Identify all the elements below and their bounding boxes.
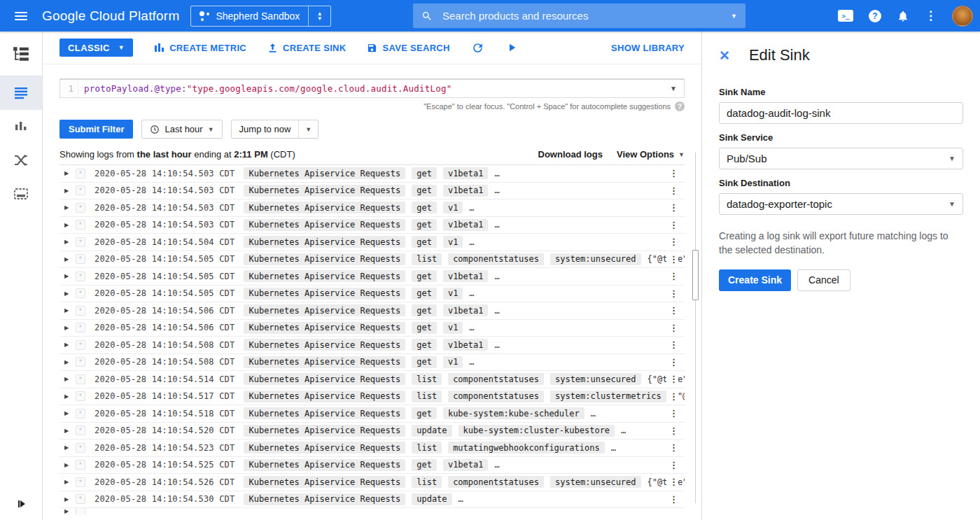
log-row[interactable]: ▶*2020-05-28 14:10:54.517 CDTKubernetes …: [59, 388, 685, 406]
save-search-button[interactable]: SAVE SEARCH: [367, 43, 449, 53]
log-chip[interactable]: componentstatuses: [448, 373, 544, 385]
log-chip[interactable]: Kubernetes Apiservice Requests: [244, 288, 405, 300]
log-chip[interactable]: v1beta1: [443, 339, 489, 351]
global-search[interactable]: ▼: [413, 3, 746, 28]
collapse-panel-icon[interactable]: [0, 500, 43, 507]
expand-row-icon[interactable]: ▶: [64, 290, 76, 297]
expand-row-icon[interactable]: ▶: [64, 188, 76, 194]
log-chip[interactable]: Kubernetes Apiservice Requests: [244, 493, 405, 505]
expand-row-icon[interactable]: ▶: [64, 462, 76, 468]
expand-row-icon[interactable]: ▶: [64, 256, 76, 262]
classic-dropdown-button[interactable]: CLASSIC▼: [59, 38, 133, 57]
row-menu-icon[interactable]: ⋮: [666, 271, 678, 281]
log-chip[interactable]: get: [412, 219, 437, 231]
log-chip[interactable]: Kubernetes Apiservice Requests: [244, 407, 405, 419]
log-chip[interactable]: get: [412, 356, 437, 368]
row-menu-icon[interactable]: ⋮: [666, 426, 678, 436]
expand-row-icon[interactable]: ▶: [64, 325, 76, 331]
sink-name-input[interactable]: [719, 102, 963, 124]
row-menu-icon[interactable]: ⋮: [666, 305, 678, 316]
row-menu-icon[interactable]: ⋮: [666, 357, 678, 367]
jump-to-now-button[interactable]: Jump to now ▼: [231, 120, 319, 139]
scrollbar-thumb[interactable]: [692, 250, 699, 300]
log-chip[interactable]: get: [412, 236, 437, 248]
log-row[interactable]: ▶*2020-05-28 14:10:54.508 CDTKubernetes …: [59, 337, 685, 354]
log-chip[interactable]: Kubernetes Apiservice Requests: [244, 167, 405, 179]
log-chip[interactable]: Kubernetes Apiservice Requests: [244, 236, 405, 248]
log-chip[interactable]: system:clustermetrics: [550, 391, 666, 402]
log-row[interactable]: ▶*2020-05-28 14:10:54.508 CDTKubernetes …: [59, 354, 685, 372]
log-row[interactable]: ▶*2020-05-28 14:10:54.523 CDTKubernetes …: [59, 440, 685, 457]
sidebar-item-exports[interactable]: [0, 143, 42, 177]
expand-row-icon[interactable]: ▶: [64, 170, 76, 176]
avatar[interactable]: [952, 6, 973, 27]
help-icon[interactable]: ?: [869, 10, 881, 22]
expand-row-icon[interactable]: ▶: [64, 376, 76, 382]
log-chip[interactable]: Kubernetes Apiservice Requests: [244, 202, 405, 213]
cancel-button[interactable]: Cancel: [797, 269, 850, 291]
log-chip[interactable]: get: [412, 304, 437, 316]
hamburger-menu-icon[interactable]: [0, 10, 42, 22]
row-menu-icon[interactable]: ⋮: [666, 254, 678, 265]
row-menu-icon[interactable]: ⋮: [666, 288, 678, 299]
expand-row-icon[interactable]: ▶: [64, 204, 76, 211]
log-chip[interactable]: list: [412, 391, 442, 402]
expand-row-icon[interactable]: ▶: [64, 496, 76, 503]
log-row[interactable]: ▶*2020-05-28 14:10:54.518 CDTKubernetes …: [59, 405, 685, 423]
submit-filter-button[interactable]: Submit Filter: [59, 120, 133, 139]
log-chip[interactable]: v1: [443, 356, 463, 368]
cloud-shell-icon[interactable]: >_: [838, 10, 853, 22]
scrollbar-track[interactable]: [695, 153, 696, 503]
log-chip[interactable]: system:unsecured: [550, 253, 641, 265]
expand-row-icon[interactable]: ▶: [64, 428, 76, 434]
show-library-button[interactable]: SHOW LIBRARY: [611, 43, 685, 53]
row-menu-icon[interactable]: ⋮: [666, 442, 678, 453]
row-menu-icon[interactable]: ⋮: [666, 220, 678, 230]
log-row[interactable]: ▶*2020-05-28 14:10:54.503 CDTKubernetes …: [59, 183, 685, 200]
expand-row-icon[interactable]: ▶: [64, 307, 76, 314]
row-menu-icon[interactable]: ⋮: [666, 391, 678, 402]
log-row[interactable]: ▶*2020-05-28 14:10:54.505 CDTKubernetes …: [59, 268, 685, 286]
row-menu-icon[interactable]: ⋮: [666, 460, 678, 470]
row-menu-icon[interactable]: ⋮: [666, 323, 678, 333]
project-switcher-caret-icon[interactable]: ▲▼: [308, 6, 330, 26]
log-chip[interactable]: list: [412, 253, 442, 265]
log-row[interactable]: ▶*2020-05-28 14:10:54.503 CDTKubernetes …: [59, 165, 685, 183]
row-menu-icon[interactable]: ⋮: [666, 339, 678, 350]
log-chip[interactable]: v1: [443, 236, 463, 248]
row-menu-icon[interactable]: ⋮: [666, 408, 678, 419]
log-row[interactable]: ▶*2020-05-28 14:10:54.506 CDTKubernetes …: [59, 302, 685, 320]
log-row[interactable]: ▶*2020-05-28 14:10:54.505 CDTKubernetes …: [59, 251, 685, 269]
sink-destination-select[interactable]: datadog-exporter-topic ▼: [719, 193, 963, 215]
log-chip[interactable]: Kubernetes Apiservice Requests: [244, 304, 405, 316]
sidebar-item-resource-usage[interactable]: [0, 177, 42, 211]
log-chip[interactable]: v1beta1: [443, 459, 489, 471]
query-text[interactable]: protoPayload.@type:"type.googleapis.com/…: [78, 83, 451, 94]
log-chip[interactable]: v1: [443, 202, 463, 213]
expand-row-icon[interactable]: ▶: [64, 479, 76, 485]
log-chip[interactable]: system:unsecured: [550, 373, 641, 385]
log-row[interactable]: ▶*2020-05-28 14:10:54.503 CDTKubernetes …: [59, 199, 685, 217]
expand-row-icon[interactable]: ▶: [64, 273, 76, 279]
row-menu-icon[interactable]: ⋮: [666, 374, 678, 384]
log-chip[interactable]: Kubernetes Apiservice Requests: [244, 270, 405, 282]
search-input[interactable]: [442, 10, 731, 22]
product-name[interactable]: Google Cloud Platform: [42, 8, 179, 24]
row-menu-icon[interactable]: ⋮: [666, 168, 678, 178]
log-chip[interactable]: update: [412, 493, 451, 505]
log-row[interactable]: ▶*2020-05-28 14:10:54.506 CDTKubernetes …: [59, 320, 685, 337]
log-chip[interactable]: get: [412, 288, 437, 300]
create-sink-button[interactable]: CREATE SINK: [267, 43, 346, 53]
log-row[interactable]: ▶*2020-05-28 14:10:54.520 CDTKubernetes …: [59, 423, 685, 440]
expand-row-icon[interactable]: ▶: [64, 410, 76, 416]
log-chip[interactable]: v1beta1: [443, 185, 489, 197]
log-chip[interactable]: v1beta1: [443, 304, 489, 316]
log-row[interactable]: ▶*2020-05-28 14:10:54.505 CDTKubernetes …: [59, 286, 685, 303]
log-chip[interactable]: get: [412, 202, 437, 213]
log-chip[interactable]: kube-system:cluster-kubestore: [458, 425, 615, 437]
log-chip[interactable]: componentstatuses: [448, 391, 544, 402]
row-menu-icon[interactable]: ⋮: [666, 237, 678, 247]
expand-row-icon[interactable]: ▶: [64, 444, 76, 451]
create-sink-submit-button[interactable]: Create Sink: [719, 269, 791, 291]
refresh-button[interactable]: [471, 41, 484, 55]
